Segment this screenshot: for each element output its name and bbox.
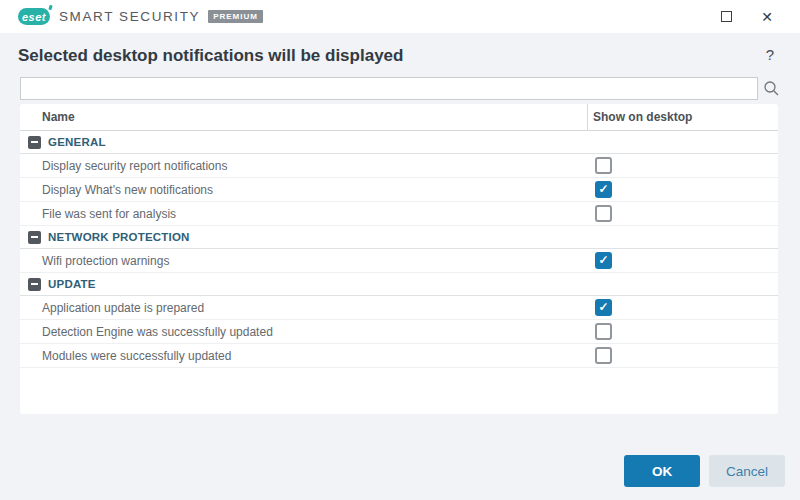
table-row: Detection Engine was successfully update… — [20, 320, 778, 344]
checkbox-unchecked[interactable] — [595, 157, 612, 174]
row-label: Detection Engine was successfully update… — [20, 325, 587, 339]
window-controls: ✕ — [719, 10, 800, 24]
row-check-cell: ✓ — [587, 252, 778, 269]
section-header-update[interactable]: UPDATE — [20, 273, 778, 296]
page-title: Selected desktop notifications will be d… — [18, 46, 403, 66]
table-row: File was sent for analysis — [20, 202, 778, 226]
brand-name: SMART SECURITY — [59, 9, 200, 24]
close-icon: ✕ — [761, 10, 773, 24]
collapse-minus-icon[interactable] — [28, 231, 41, 244]
checkbox-checked[interactable]: ✓ — [595, 181, 612, 198]
row-check-cell: ✓ — [587, 181, 778, 198]
table-row: Display What's new notifications✓ — [20, 178, 778, 202]
search-input[interactable] — [20, 77, 758, 100]
row-label: Display security report notifications — [20, 159, 587, 173]
checkbox-unchecked[interactable] — [595, 347, 612, 364]
titlebar: eset SMART SECURITY PREMIUM ✕ — [0, 0, 800, 33]
checkbox-checked[interactable]: ✓ — [595, 299, 612, 316]
table-row: Modules were successfully updated — [20, 344, 778, 368]
collapse-minus-icon[interactable] — [28, 136, 41, 149]
collapse-minus-icon[interactable] — [28, 278, 41, 291]
row-label: Application update is prepared — [20, 301, 587, 315]
footer: OK Cancel — [624, 455, 785, 487]
row-label: Wifi protection warnings — [20, 254, 587, 268]
table-row: Wifi protection warnings✓ — [20, 249, 778, 273]
column-header-show-on-desktop[interactable]: Show on desktop — [587, 104, 778, 130]
row-check-cell — [587, 323, 778, 340]
heading-row: Selected desktop notifications will be d… — [0, 33, 800, 66]
help-icon[interactable]: ? — [766, 46, 774, 63]
cancel-button[interactable]: Cancel — [709, 455, 785, 487]
row-label: File was sent for analysis — [20, 207, 587, 221]
row-label: Display What's new notifications — [20, 183, 587, 197]
maximize-icon — [721, 11, 732, 22]
row-check-cell: ✓ — [587, 299, 778, 316]
section-label: GENERAL — [48, 136, 106, 148]
maximize-button[interactable] — [719, 10, 733, 24]
checkbox-unchecked[interactable] — [595, 323, 612, 340]
eset-logo: eset — [18, 8, 50, 25]
search-button[interactable] — [758, 80, 780, 97]
row-check-cell — [587, 157, 778, 174]
table-row: Application update is prepared✓ — [20, 296, 778, 320]
section-header-network-protection[interactable]: NETWORK PROTECTION — [20, 226, 778, 249]
column-header-name[interactable]: Name — [20, 110, 587, 124]
checkbox-unchecked[interactable] — [595, 205, 612, 222]
premium-badge: PREMIUM — [208, 10, 263, 23]
section-label: UPDATE — [48, 278, 96, 290]
table-row: Display security report notifications — [20, 154, 778, 178]
row-label: Modules were successfully updated — [20, 349, 587, 363]
section-header-general[interactable]: GENERAL — [20, 131, 778, 154]
checkbox-checked[interactable]: ✓ — [595, 252, 612, 269]
section-label: NETWORK PROTECTION — [48, 231, 190, 243]
table-body: GENERALDisplay security report notificat… — [20, 131, 778, 368]
ok-button[interactable]: OK — [624, 455, 700, 487]
search-icon — [763, 80, 780, 97]
close-button[interactable]: ✕ — [760, 10, 774, 24]
notifications-table: Name Show on desktop GENERALDisplay secu… — [20, 104, 778, 414]
row-check-cell — [587, 205, 778, 222]
table-header: Name Show on desktop — [20, 104, 778, 131]
search-row — [20, 77, 780, 100]
row-check-cell — [587, 347, 778, 364]
